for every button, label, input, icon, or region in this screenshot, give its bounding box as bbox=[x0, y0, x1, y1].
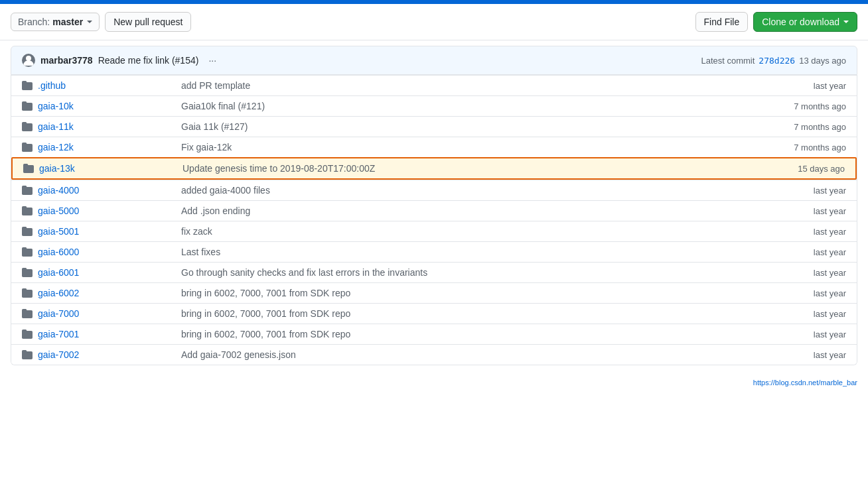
branch-name: master bbox=[52, 17, 83, 27]
file-name-link[interactable]: gaia-7001 bbox=[38, 329, 79, 339]
file-commit: Gaia10k final (#121) bbox=[171, 101, 766, 111]
toolbar-left: Branch: master New pull request bbox=[11, 12, 191, 32]
folder-icon bbox=[22, 142, 33, 152]
file-commit: add PR template bbox=[171, 80, 766, 91]
table-row: gaia-10k Gaia10k final (#121) 7 months a… bbox=[11, 95, 857, 116]
file-time: last year bbox=[766, 81, 846, 91]
file-name: gaia-13k bbox=[39, 163, 172, 174]
branch-label: Branch: bbox=[18, 17, 50, 27]
file-name-link[interactable]: gaia-5001 bbox=[38, 226, 79, 237]
folder-icon bbox=[22, 329, 33, 339]
file-name-link[interactable]: .github bbox=[38, 80, 66, 91]
file-commit: Fix gaia-12k bbox=[171, 142, 766, 152]
find-file-button[interactable]: Find File bbox=[695, 12, 749, 32]
new-pull-request-button[interactable]: New pull request bbox=[105, 12, 191, 32]
file-commit: Update genesis time to 2019-08-20T17:00:… bbox=[172, 163, 765, 174]
file-name: gaia-4000 bbox=[38, 185, 171, 196]
file-time: last year bbox=[766, 350, 846, 360]
file-name: gaia-6001 bbox=[38, 267, 171, 278]
file-name: gaia-11k bbox=[38, 121, 171, 132]
avatar bbox=[22, 54, 35, 67]
commit-hash-link[interactable]: 278d226 bbox=[759, 56, 795, 66]
file-time: last year bbox=[766, 288, 846, 298]
file-commit: added gaia-4000 files bbox=[171, 185, 766, 196]
file-name: gaia-5000 bbox=[38, 206, 171, 216]
latest-commit-label: Latest commit bbox=[701, 56, 755, 66]
toolbar: Branch: master New pull request Find Fil… bbox=[0, 4, 868, 40]
table-row: gaia-7002 Add gaia-7002 genesis.json las… bbox=[11, 344, 857, 365]
file-commit: Gaia 11k (#127) bbox=[171, 121, 766, 132]
file-time: last year bbox=[766, 227, 846, 237]
folder-icon bbox=[23, 163, 34, 174]
clone-chevron-icon bbox=[843, 21, 849, 23]
commit-dots-button[interactable]: ··· bbox=[204, 53, 221, 68]
file-name-link[interactable]: gaia-11k bbox=[38, 121, 74, 132]
file-name: .github bbox=[38, 80, 171, 91]
branch-selector[interactable]: Branch: master bbox=[11, 13, 100, 31]
file-name: gaia-7000 bbox=[38, 308, 171, 319]
file-commit: bring in 6002, 7000, 7001 from SDK repo bbox=[171, 308, 766, 319]
file-name: gaia-5001 bbox=[38, 226, 171, 237]
file-name-link[interactable]: gaia-5000 bbox=[38, 206, 79, 216]
file-time: 7 months ago bbox=[766, 101, 846, 111]
file-commit: fix zack bbox=[171, 226, 766, 237]
commit-message-text: Reade me fix link (#154) bbox=[98, 55, 199, 66]
file-name-link[interactable]: gaia-7002 bbox=[38, 349, 79, 360]
file-table: .github add PR template last year gaia-1… bbox=[11, 75, 857, 365]
file-name: gaia-12k bbox=[38, 142, 171, 152]
folder-icon bbox=[22, 349, 33, 360]
folder-icon bbox=[22, 226, 33, 237]
footer-url: https://blog.csdn.net/marble_bar bbox=[753, 379, 857, 387]
file-time: last year bbox=[766, 330, 846, 339]
table-row: gaia-5000 Add .json ending last year bbox=[11, 200, 857, 221]
folder-icon bbox=[22, 101, 33, 111]
file-name: gaia-7002 bbox=[38, 349, 171, 360]
table-row: gaia-4000 added gaia-4000 files last yea… bbox=[11, 180, 857, 200]
commit-author[interactable]: marbar3778 bbox=[40, 55, 93, 66]
file-time: 15 days ago bbox=[765, 164, 845, 174]
commit-bar-left: marbar3778 Reade me fix link (#154) ··· bbox=[22, 53, 221, 68]
file-commit: bring in 6002, 7000, 7001 from SDK repo bbox=[171, 288, 766, 298]
table-row: gaia-13k Update genesis time to 2019-08-… bbox=[11, 157, 857, 180]
commit-bar-right: Latest commit 278d226 13 days ago bbox=[701, 56, 846, 66]
file-name-link[interactable]: gaia-7000 bbox=[38, 308, 79, 319]
table-row: gaia-11k Gaia 11k (#127) 7 months ago bbox=[11, 116, 857, 137]
file-commit: bring in 6002, 7000, 7001 from SDK repo bbox=[171, 329, 766, 339]
file-commit: Add gaia-7002 genesis.json bbox=[171, 349, 766, 360]
file-name-link[interactable]: gaia-6001 bbox=[38, 267, 79, 278]
folder-icon bbox=[22, 267, 33, 278]
table-row: gaia-6002 bring in 6002, 7000, 7001 from… bbox=[11, 282, 857, 303]
file-name-link[interactable]: gaia-12k bbox=[38, 142, 74, 152]
clone-or-download-button[interactable]: Clone or download bbox=[753, 12, 857, 32]
commit-message: Reade me fix link (#154) bbox=[98, 55, 199, 66]
file-time: last year bbox=[766, 268, 846, 278]
file-time: 7 months ago bbox=[766, 143, 846, 152]
folder-icon bbox=[22, 247, 33, 257]
folder-icon bbox=[22, 308, 33, 319]
file-name: gaia-7001 bbox=[38, 329, 171, 339]
commit-time: 13 days ago bbox=[799, 56, 846, 66]
file-name-link[interactable]: gaia-13k bbox=[39, 163, 75, 174]
table-row: gaia-6001 Go through sanity checks and f… bbox=[11, 262, 857, 282]
file-name-link[interactable]: gaia-6002 bbox=[38, 288, 79, 298]
folder-icon bbox=[22, 121, 33, 132]
table-row: .github add PR template last year bbox=[11, 75, 857, 95]
toolbar-right: Find File Clone or download bbox=[695, 12, 857, 32]
file-name-link[interactable]: gaia-6000 bbox=[38, 247, 79, 257]
folder-icon bbox=[22, 80, 33, 91]
file-name: gaia-10k bbox=[38, 101, 171, 111]
file-name-link[interactable]: gaia-10k bbox=[38, 101, 74, 111]
folder-icon bbox=[22, 288, 33, 298]
chevron-down-icon bbox=[87, 21, 92, 23]
table-row: gaia-12k Fix gaia-12k 7 months ago bbox=[11, 137, 857, 157]
table-row: gaia-5001 fix zack last year bbox=[11, 221, 857, 241]
file-name-link[interactable]: gaia-4000 bbox=[38, 185, 79, 196]
file-name: gaia-6002 bbox=[38, 288, 171, 298]
file-commit: Last fixes bbox=[171, 247, 766, 257]
file-commit: Go through sanity checks and fix last er… bbox=[171, 267, 766, 278]
file-commit: Add .json ending bbox=[171, 206, 766, 216]
table-row: gaia-7000 bring in 6002, 7000, 7001 from… bbox=[11, 303, 857, 324]
file-name: gaia-6000 bbox=[38, 247, 171, 257]
file-time: last year bbox=[766, 247, 846, 257]
file-time: last year bbox=[766, 206, 846, 216]
